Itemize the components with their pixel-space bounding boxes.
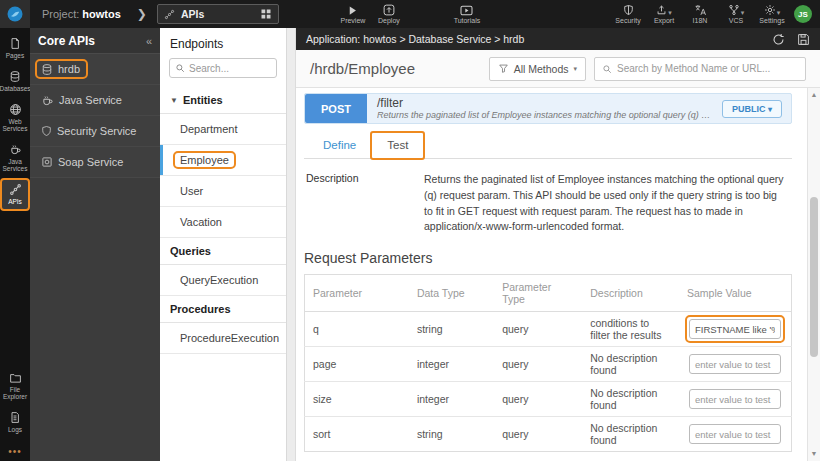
scroll-down-icon[interactable]: ▼ — [811, 447, 818, 461]
table-row: pageintegerqueryNo description found — [305, 347, 792, 382]
method-search[interactable] — [594, 57, 806, 81]
wavemaker-logo[interactable] — [0, 0, 30, 28]
param-data-type: integer — [409, 382, 494, 417]
sidebar-item-java-services[interactable]: Java Services — [1, 139, 29, 177]
left-icon-rail: PagesDatabasesWeb ServicesJava ServicesA… — [0, 28, 30, 461]
endpoints-group-queries[interactable]: Queries — [160, 238, 286, 265]
project-name: Project: howtos — [42, 8, 121, 20]
core-api-item-soap-service[interactable]: Soap Service — [30, 147, 160, 178]
sidebar-item-logs[interactable]: Logs — [1, 407, 29, 438]
core-api-chip: Java Service — [37, 92, 128, 108]
export-button[interactable]: ▾ Export — [646, 4, 682, 24]
collapse-panel-icon[interactable]: « — [146, 35, 152, 47]
sample-value-input-q[interactable] — [689, 319, 781, 339]
endpoint-item-department[interactable]: Department — [160, 114, 286, 145]
endpoint-item-queryexecution[interactable]: QueryExecution — [160, 265, 286, 296]
param-description: No description found — [582, 382, 679, 417]
save-icon[interactable] — [797, 33, 810, 46]
param-data-type: string — [409, 417, 494, 452]
main-content: Application: howtos > Database Service >… — [296, 28, 820, 461]
main-scrollbar-thumb[interactable] — [810, 197, 818, 357]
endpoint-item-vacation[interactable]: Vacation — [160, 207, 286, 238]
endpoints-group-entities[interactable]: ▼Entities — [160, 87, 286, 114]
tab-test[interactable]: Test — [371, 132, 424, 159]
param-name: page — [305, 347, 409, 382]
globe-icon — [9, 103, 22, 116]
sidebar-item-file-explorer[interactable]: File Explorer — [1, 367, 29, 405]
sidebar-item-web-services[interactable]: Web Services — [1, 99, 29, 137]
chevron-down-icon: ▾ — [573, 66, 577, 72]
sidebar-item-databases[interactable]: Databases — [1, 66, 29, 97]
vcs-button[interactable]: ▾ VCS — [718, 4, 754, 24]
core-api-item-hrdb[interactable]: hrdb — [30, 54, 160, 85]
database-icon — [9, 70, 21, 83]
tutorials-button[interactable]: Tutorials — [449, 4, 485, 24]
deploy-button[interactable]: Deploy — [371, 4, 407, 24]
endpoint-item-label: Vacation — [175, 215, 227, 229]
soap-icon — [41, 157, 53, 168]
tab-define[interactable]: Define — [308, 133, 371, 158]
core-api-label: Java Service — [59, 94, 122, 106]
column-header-parameter-type: Parameter Type — [494, 275, 582, 312]
core-api-item-java-service[interactable]: Java Service — [30, 85, 160, 116]
api-tabs: Define Test — [304, 132, 792, 159]
security-label: Security — [615, 17, 640, 24]
security-button[interactable]: Security — [610, 4, 646, 24]
api-icon — [164, 9, 175, 20]
apis-tab-label: APIs — [181, 8, 204, 20]
branch-icon — [728, 4, 740, 16]
i18n-button[interactable]: I18N — [682, 4, 718, 24]
sample-value-input-size[interactable] — [689, 389, 781, 409]
sidebar-item-pages[interactable]: Pages — [1, 33, 29, 64]
endpoints-title: Endpoints — [160, 28, 286, 58]
core-api-item-security-service[interactable]: Security Service — [30, 116, 160, 147]
sample-value-input-page[interactable] — [689, 354, 781, 374]
grid-icon[interactable] — [260, 8, 272, 20]
endpoints-search[interactable] — [169, 58, 277, 78]
i18n-label: I18N — [693, 17, 708, 24]
topbar-right-actions: Security ▾ Export I18N ▾ VCS ▾ Settings … — [610, 4, 820, 24]
chevron-down-icon: ▾ — [768, 105, 772, 114]
method-search-input[interactable] — [617, 63, 798, 74]
param-description: conditions to filter the results — [582, 312, 679, 347]
endpoints-group-procedures[interactable]: Procedures — [160, 296, 286, 323]
core-api-label: Security Service — [57, 125, 136, 137]
settings-button[interactable]: ▾ Settings — [754, 4, 790, 24]
vcs-label: VCS — [729, 17, 743, 24]
sample-value-wrap — [687, 422, 783, 446]
scroll-up-icon[interactable]: ▲ — [811, 88, 818, 102]
endpoint-item-user[interactable]: User — [160, 176, 286, 207]
sidebar-item-label: Logs — [8, 426, 22, 433]
sidebar-item-apis[interactable]: APIs — [1, 179, 29, 210]
methods-filter-dropdown[interactable]: All Methods ▾ — [489, 57, 586, 81]
endpoint-item-procedureexecution[interactable]: ProcedureExecution — [160, 323, 286, 354]
page-title: /hrdb/Employee — [310, 60, 415, 77]
visibility-label: PUBLIC — [732, 104, 766, 114]
core-api-label: hrdb — [58, 63, 80, 75]
endpoint-item-employee[interactable]: Employee — [160, 145, 286, 176]
panel-divider[interactable] — [287, 28, 296, 461]
visibility-dropdown[interactable]: PUBLIC ▾ — [722, 100, 782, 118]
api-method-card[interactable]: POST /filter Returns the paginated list … — [304, 93, 792, 124]
param-name: q — [305, 312, 409, 347]
column-header-parameter: Parameter — [305, 275, 409, 312]
shield-icon — [623, 4, 634, 16]
endpoints-group-label: Entities — [183, 94, 223, 106]
apis-workspace-tab[interactable]: APIs — [157, 4, 279, 24]
settings-label: Settings — [759, 17, 784, 24]
user-avatar[interactable]: JS — [794, 5, 812, 23]
export-icon — [656, 4, 667, 16]
sample-value-input-sort[interactable] — [689, 424, 781, 444]
request-parameters-table: ParameterData TypeParameter TypeDescript… — [304, 274, 792, 452]
preview-button[interactable]: Preview — [335, 4, 371, 24]
sample-value-wrap — [687, 387, 783, 411]
core-api-chip: hrdb — [37, 61, 86, 77]
sidebar-item-label: APIs — [8, 198, 22, 205]
endpoints-group-label: Procedures — [170, 303, 231, 315]
database-icon — [41, 64, 53, 75]
endpoints-search-input[interactable] — [189, 63, 269, 74]
param-type: query — [494, 347, 582, 382]
main-scrollbar[interactable]: ▲ ▼ — [807, 88, 820, 461]
refresh-icon[interactable] — [772, 33, 785, 46]
more-options-button[interactable]: ••• — [8, 440, 22, 461]
